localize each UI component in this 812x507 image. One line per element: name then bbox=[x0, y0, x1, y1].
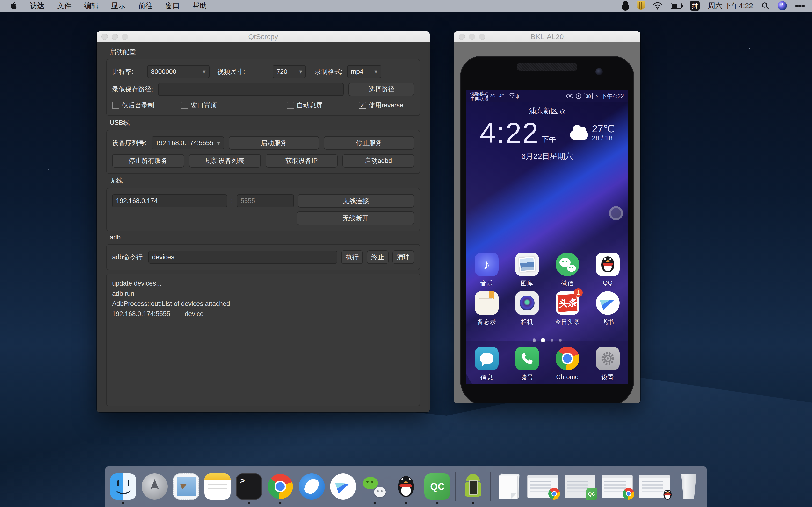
notification-list-icon[interactable] bbox=[795, 1, 805, 11]
charging-bolt-icon: ⚡ bbox=[595, 93, 599, 99]
battery-icon[interactable] bbox=[671, 3, 682, 9]
bitrate-select[interactable]: 8000000 bbox=[147, 65, 209, 78]
adb-cmd-input[interactable] bbox=[148, 250, 337, 264]
apple-menu-icon[interactable] bbox=[10, 1, 17, 10]
wireless-group: : 无线连接 无线断开 bbox=[106, 188, 420, 231]
dock-lark[interactable] bbox=[329, 468, 357, 505]
menu-edit[interactable]: 编辑 bbox=[78, 0, 105, 12]
messages-icon bbox=[475, 347, 499, 370]
bitrate-value: 8000000 bbox=[151, 68, 176, 75]
dock-mail[interactable] bbox=[172, 468, 200, 505]
page-dot-active bbox=[541, 338, 545, 342]
dock-chrome[interactable] bbox=[266, 468, 294, 505]
app-label: 飞书 bbox=[602, 318, 614, 326]
running-indicator bbox=[280, 502, 282, 504]
dock-trash[interactable] bbox=[675, 468, 703, 505]
input-method-badge[interactable]: 拼 bbox=[690, 1, 700, 11]
serial-value: 192.168.0.174:5555 bbox=[155, 139, 213, 147]
checkbox-use-reverse[interactable]: ✓ 使用reverse bbox=[359, 101, 403, 110]
app-gallery[interactable]: 图库 bbox=[509, 252, 545, 288]
search-icon[interactable] bbox=[761, 1, 769, 11]
qc-label: QC bbox=[430, 481, 445, 492]
assistive-ball[interactable] bbox=[609, 206, 623, 220]
adb-clear-button[interactable]: 清理 bbox=[393, 250, 414, 264]
dock-terminal[interactable]: >_ bbox=[235, 468, 263, 505]
phone-screen[interactable]: 优酷移动 中国联通 3G 4G ψ 38 bbox=[466, 90, 628, 384]
start-adbd-button[interactable]: 启动adbd bbox=[343, 154, 414, 168]
lark-icon bbox=[596, 291, 620, 315]
menu-help[interactable]: 帮助 bbox=[186, 0, 213, 12]
ip-port-colon: : bbox=[231, 197, 233, 205]
checkbox-window-on-top[interactable]: 窗口置顶 bbox=[181, 101, 217, 110]
adb-cmd-label: adb命令行: bbox=[112, 253, 145, 262]
clock-weather-widget[interactable]: 4:22 下午 27℃ 28 / 18 bbox=[466, 116, 628, 149]
dock-launchpad[interactable] bbox=[141, 468, 169, 505]
video-size-select[interactable]: 720 bbox=[272, 65, 306, 78]
adb-terminate-button[interactable]: 终止 bbox=[367, 250, 389, 264]
menu-finder[interactable]: 访达 bbox=[24, 0, 51, 12]
choose-path-button[interactable]: 选择路径 bbox=[349, 82, 414, 96]
app-qq[interactable]: QQ bbox=[590, 252, 626, 288]
menu-window[interactable]: 窗口 bbox=[159, 0, 186, 12]
dock-finder[interactable] bbox=[109, 468, 137, 505]
dock-qq[interactable] bbox=[392, 468, 420, 505]
wifi-icon[interactable] bbox=[653, 1, 662, 11]
high-low-temp: 28 / 18 bbox=[592, 134, 615, 142]
serial-select[interactable]: 192.168.0.174:5555 bbox=[152, 136, 224, 150]
adb-log-output[interactable]: update devices... adb run AdbProcess::ou… bbox=[106, 274, 420, 406]
dock-qtscrcpy[interactable]: QC bbox=[423, 468, 451, 505]
dock-scrcpy-robot[interactable] bbox=[459, 468, 487, 505]
seal-app-icon bbox=[299, 473, 325, 500]
dock-seal-app[interactable] bbox=[298, 468, 326, 505]
app-lark[interactable]: 飞书 bbox=[590, 291, 626, 326]
stop-all-services-button[interactable]: 停止所有服务 bbox=[112, 154, 184, 168]
dock-document-stack[interactable] bbox=[495, 468, 522, 505]
qq-status-icon[interactable] bbox=[622, 1, 629, 11]
phone-window-titlebar[interactable]: BKL-AL20 bbox=[454, 32, 641, 42]
dock-minimized-window-chrome-2[interactable] bbox=[600, 468, 634, 505]
running-indicator bbox=[122, 502, 124, 504]
dock-minimized-window-chrome[interactable] bbox=[526, 468, 560, 505]
checkbox-label: 使用reverse bbox=[368, 101, 403, 110]
siri-icon[interactable] bbox=[778, 1, 787, 10]
checkbox-label: 仅后台录制 bbox=[122, 101, 154, 110]
menu-view[interactable]: 显示 bbox=[105, 0, 132, 12]
app-notes[interactable]: 备忘录 bbox=[469, 291, 505, 326]
dock-minimized-window-qq[interactable] bbox=[638, 468, 671, 505]
refresh-device-list-button[interactable]: 刷新设备列表 bbox=[189, 154, 261, 168]
dialer-icon bbox=[515, 347, 539, 370]
app-music[interactable]: 音乐 bbox=[469, 252, 505, 288]
wireless-connect-button[interactable]: 无线连接 bbox=[298, 194, 414, 208]
record-format-value: mp4 bbox=[351, 68, 364, 75]
gallery-icon bbox=[515, 252, 539, 276]
app-dialer[interactable]: 拨号 bbox=[509, 347, 545, 382]
dock-notes[interactable] bbox=[203, 468, 232, 505]
qtscrcpy-titlebar[interactable]: QtScrcpy bbox=[97, 32, 430, 42]
app-messages[interactable]: 信息 bbox=[469, 347, 505, 382]
app-settings[interactable]: 设置 bbox=[590, 347, 626, 382]
app-chrome[interactable]: Chrome bbox=[549, 347, 586, 382]
app-wechat[interactable]: 微信 bbox=[549, 252, 586, 288]
wireless-ip-input[interactable] bbox=[112, 194, 227, 207]
menu-bar-clock[interactable]: 周六 下午4:22 bbox=[708, 1, 753, 11]
start-service-button[interactable]: 启动服务 bbox=[229, 136, 319, 150]
adb-execute-button[interactable]: 执行 bbox=[341, 250, 363, 264]
location-label[interactable]: 浦东新区 ◎ bbox=[466, 106, 628, 116]
wireless-port-input[interactable] bbox=[237, 194, 294, 207]
menu-file[interactable]: 文件 bbox=[51, 0, 78, 12]
app-camera[interactable]: 相机 bbox=[509, 291, 545, 326]
stop-service-button[interactable]: 停止服务 bbox=[324, 136, 414, 150]
menu-go[interactable]: 前往 bbox=[132, 0, 159, 12]
app-toutiao[interactable]: 1 头条 今日头条 bbox=[549, 291, 586, 326]
dock-minimized-window-qc[interactable]: QC bbox=[563, 468, 597, 505]
get-device-ip-button[interactable]: 获取设备IP bbox=[266, 154, 338, 168]
record-path-input[interactable] bbox=[158, 83, 344, 96]
wireless-disconnect-button[interactable]: 无线断开 bbox=[297, 212, 414, 225]
checkbox-auto-screen-off[interactable]: 自动息屏 bbox=[287, 101, 323, 110]
record-format-select[interactable]: mp4 bbox=[347, 65, 382, 78]
checkbox-background-record[interactable]: 仅后台录制 bbox=[112, 101, 154, 110]
dock-separator bbox=[490, 472, 491, 501]
usb-icon: ψ bbox=[515, 93, 519, 99]
dock-wechat[interactable] bbox=[361, 468, 389, 505]
shield-status-icon[interactable] bbox=[637, 1, 645, 11]
